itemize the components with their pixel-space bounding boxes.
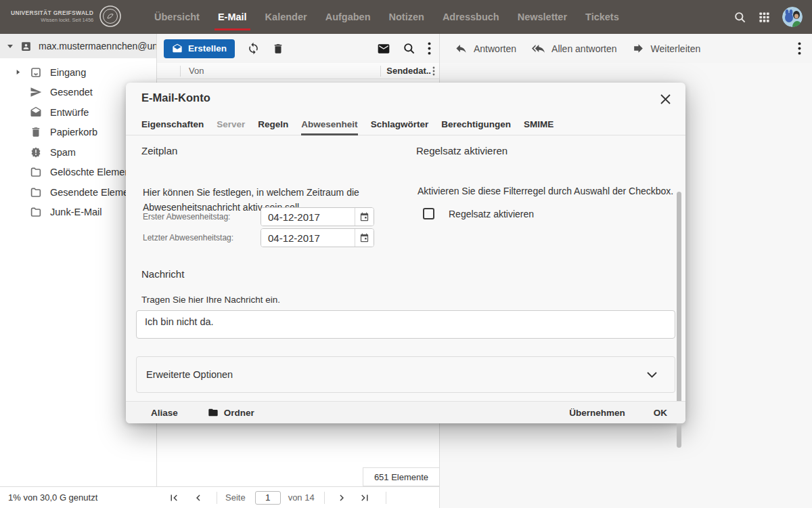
nav-uebersicht[interactable]: Übersicht [154, 0, 200, 34]
tab-server[interactable]: Server [217, 114, 245, 135]
tab-schlagwoerter[interactable]: Schlagwörter [371, 114, 429, 135]
quota-text: 1% von 30,0 G genutzt [8, 492, 97, 503]
tab-label: Eigenschaften [141, 119, 204, 129]
nav-aufgaben[interactable]: Aufgaben [325, 0, 371, 34]
caret-down-icon[interactable] [7, 43, 14, 49]
caret-right-icon[interactable] [15, 69, 24, 75]
refresh-icon[interactable] [247, 42, 260, 55]
ruleset-checkbox-row: Regelsatz aktivieren [423, 208, 700, 219]
tab-smime[interactable]: SMIME [524, 114, 554, 135]
nav-newsletter[interactable]: Newsletter [518, 0, 567, 34]
forward-icon [632, 42, 645, 55]
quota-bar: 1% von 30,0 G genutzt [0, 486, 157, 508]
list-more-icon[interactable] [428, 42, 431, 55]
first-day-field [261, 207, 374, 226]
folder-label: Entwürfe [50, 107, 89, 118]
mail-filter-icon[interactable] [377, 42, 390, 56]
folder-button[interactable]: Ordner [208, 407, 254, 418]
account-icon [20, 41, 32, 52]
app-launcher-icon[interactable] [758, 11, 771, 24]
search-icon[interactable] [734, 11, 746, 24]
detail-more-icon[interactable] [798, 42, 801, 55]
last-day-label: Letzter Abwesenheitstag: [143, 233, 261, 242]
topbar: UNIVERSITÄT GREIFSWALD Wissen lockt. Sei… [0, 0, 812, 34]
advanced-options-toggle[interactable]: Erweiterte Optionen [136, 356, 675, 393]
item-count-text: 651 Elemente [374, 472, 428, 482]
calendar-icon[interactable] [355, 208, 374, 226]
folder-label: Papierkorb [50, 127, 97, 137]
page-number-input[interactable] [255, 491, 281, 505]
account-row[interactable]: max.mustermaennchen@un... [0, 34, 156, 58]
aliases-label: Aliase [151, 408, 178, 418]
calendar-icon[interactable] [355, 229, 374, 247]
tab-berechtigungen[interactable]: Berechtigungen [441, 114, 511, 135]
nav-label: Übersicht [154, 12, 200, 22]
delete-icon[interactable] [272, 43, 284, 55]
column-divider [380, 66, 381, 77]
page-total-label: von 14 [288, 492, 315, 503]
list-search-icon[interactable] [403, 42, 415, 55]
vacation-message-input[interactable]: Ich bin nicht da. [136, 310, 675, 339]
dialog-footer-actions: Übernehmen OK [569, 408, 685, 418]
logo-line2: Wissen lockt. Seit 1456 [11, 17, 93, 23]
page-label: Seite [225, 492, 246, 503]
tab-label: Abwesenheit [301, 119, 357, 129]
prev-page-icon[interactable] [192, 492, 204, 504]
app-nav: Übersicht E-Mail Kalender Aufgaben Notiz… [154, 0, 619, 34]
avatar[interactable] [782, 7, 803, 27]
first-day-input[interactable] [261, 208, 355, 226]
select-column[interactable] [157, 63, 180, 79]
folder-icon [30, 166, 42, 178]
reply-button[interactable]: Antworten [455, 42, 516, 55]
tab-label: Schlagwörter [371, 119, 429, 129]
folder-label: Gelöschte Elemente [50, 167, 139, 177]
reply-icon [455, 42, 468, 55]
first-page-icon[interactable] [168, 492, 180, 504]
next-page-icon[interactable] [336, 492, 348, 504]
first-day-label: Erster Abwesenheitstag: [143, 212, 261, 221]
compose-button[interactable]: Erstellen [164, 39, 235, 58]
nav-tickets[interactable]: Tickets [585, 0, 619, 34]
list-toolbar-right [377, 34, 431, 63]
tab-label: Berechtigungen [441, 119, 511, 129]
tab-regeln[interactable]: Regeln [258, 114, 288, 135]
nav-label: Aufgaben [325, 12, 371, 22]
tab-label: Regeln [258, 119, 288, 129]
chevron-down-icon [647, 372, 657, 378]
pagination-divider [386, 492, 386, 504]
message-heading: Nachricht [141, 268, 184, 280]
column-from[interactable]: Von [189, 66, 380, 76]
sidebar-item-eingang[interactable]: Eingang [0, 62, 156, 83]
reply-label: Antworten [474, 43, 516, 54]
tab-abwesenheit[interactable]: Abwesenheit [301, 114, 357, 135]
column-sent-date[interactable]: Sendedat.. [386, 66, 431, 76]
tab-eigenschaften[interactable]: Eigenschaften [141, 114, 204, 135]
pagination-divider [217, 492, 217, 504]
folder-icon [208, 407, 219, 418]
forward-button[interactable]: Weiterleiten [632, 42, 701, 55]
spam-icon [30, 146, 42, 158]
tab-label: Server [217, 119, 245, 129]
nav-label: Kalender [265, 12, 307, 22]
tab-label: SMIME [524, 119, 554, 129]
nav-kalender[interactable]: Kalender [265, 0, 307, 34]
nav-email[interactable]: E-Mail [218, 0, 247, 34]
mail-list-toolbar: Erstellen [157, 34, 439, 63]
reply-all-button[interactable]: Allen antworten [531, 42, 617, 55]
send-icon [30, 86, 42, 98]
pagination-divider [324, 492, 325, 504]
nav-notizen[interactable]: Notizen [389, 0, 424, 34]
reply-all-icon [531, 42, 545, 55]
university-seal-icon [99, 5, 122, 28]
column-options-icon[interactable] [432, 66, 435, 76]
ok-button[interactable]: OK [654, 408, 667, 418]
close-icon[interactable] [657, 91, 673, 107]
drafts-icon [30, 106, 42, 119]
ruleset-checkbox[interactable] [423, 208, 434, 219]
apply-button[interactable]: Übernehmen [569, 408, 625, 418]
last-page-icon[interactable] [359, 492, 371, 504]
last-day-input[interactable] [261, 229, 355, 247]
nav-adressbuch[interactable]: Adressbuch [443, 0, 499, 34]
folder-label: Spam [50, 147, 76, 158]
aliases-button[interactable]: Aliase [151, 408, 178, 418]
